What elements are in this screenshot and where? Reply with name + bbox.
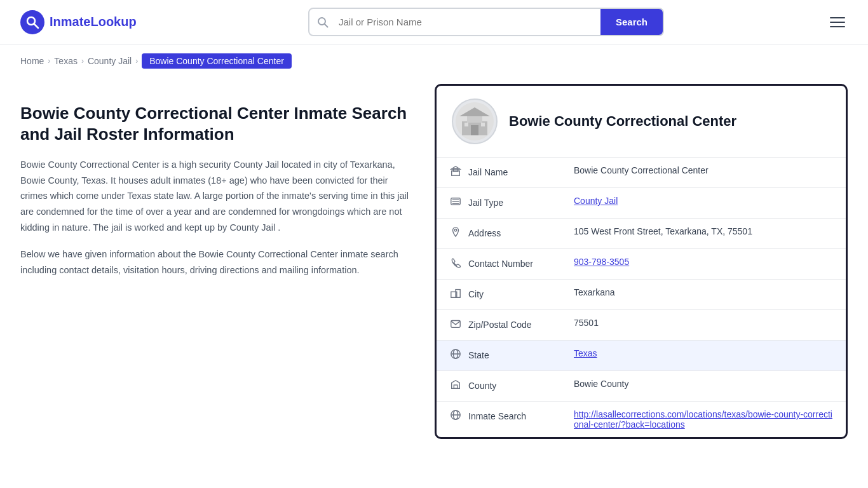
globe-icon bbox=[449, 348, 462, 362]
breadcrumb-chevron-1: › bbox=[48, 57, 50, 65]
svg-rect-9 bbox=[465, 123, 468, 126]
info-value-link[interactable]: 903-798-3505 bbox=[574, 257, 629, 267]
phone-icon bbox=[449, 257, 462, 271]
search-button[interactable]: Search bbox=[600, 9, 663, 35]
header: InmateLookup Search bbox=[0, 0, 868, 44]
info-label-cell: City bbox=[437, 280, 564, 309]
info-value-cell[interactable]: Texas bbox=[564, 341, 846, 366]
info-value-cell: 105 West Front Street, Texarkana, TX, 75… bbox=[564, 219, 846, 244]
row-label: Jail Name bbox=[468, 167, 508, 177]
info-value-link[interactable]: http://lasallecorrections.com/locations/… bbox=[574, 409, 836, 430]
left-panel: Bowie County Correctional Center Inmate … bbox=[20, 78, 414, 289]
card-facility-name: Bowie County Correctional Center bbox=[509, 113, 736, 130]
location-icon bbox=[449, 226, 462, 240]
info-value-cell: 75501 bbox=[564, 310, 846, 336]
info-value-cell: Bowie County Correctional Center bbox=[564, 158, 846, 183]
info-label-cell: County bbox=[437, 371, 564, 400]
description-paragraph-2: Below we have given information about th… bbox=[20, 247, 414, 278]
hamburger-line-2 bbox=[830, 22, 845, 23]
svg-rect-22 bbox=[451, 321, 460, 328]
info-card: Bowie County Correctional Center Jail Na… bbox=[435, 84, 848, 439]
jail-icon bbox=[449, 165, 462, 179]
logo-text: InmateLookup bbox=[50, 15, 137, 29]
info-value-cell: Texarkana bbox=[564, 280, 846, 305]
facility-avatar bbox=[452, 98, 498, 144]
logo-icon bbox=[20, 10, 44, 34]
zip-icon bbox=[449, 318, 462, 332]
info-value-cell[interactable]: County Jail bbox=[564, 188, 846, 214]
county-icon bbox=[449, 379, 462, 393]
info-label-cell: Address bbox=[437, 219, 564, 248]
table-row: Address105 West Front Street, Texarkana,… bbox=[437, 219, 846, 249]
hamburger-line-3 bbox=[830, 26, 845, 27]
table-row: Inmate Searchhttp://lasallecorrections.c… bbox=[437, 402, 846, 437]
description-paragraph-1: Bowie County Correctional Center is a hi… bbox=[20, 157, 414, 235]
row-label: Zip/Postal Code bbox=[468, 320, 532, 330]
svg-point-18 bbox=[454, 229, 457, 232]
table-row: StateTexas bbox=[437, 341, 846, 371]
breadcrumb-chevron-2: › bbox=[81, 57, 84, 65]
info-value-cell[interactable]: http://lasallecorrections.com/locations/… bbox=[564, 402, 846, 437]
table-row: CountyBowie County bbox=[437, 371, 846, 402]
row-label: Contact Number bbox=[468, 259, 533, 269]
info-label-cell: Contact Number bbox=[437, 249, 564, 278]
logo-link[interactable]: InmateLookup bbox=[20, 10, 160, 34]
row-label: County bbox=[468, 381, 496, 391]
breadcrumb-county-jail[interactable]: County Jail bbox=[88, 56, 132, 66]
page-heading: Bowie County Correctional Center Inmate … bbox=[20, 103, 414, 144]
row-label: Inmate Search bbox=[468, 411, 526, 421]
svg-marker-13 bbox=[451, 166, 460, 170]
table-row: Zip/Postal Code75501 bbox=[437, 310, 846, 341]
info-value-link[interactable]: County Jail bbox=[574, 196, 618, 206]
svg-rect-10 bbox=[481, 123, 485, 126]
right-panel: Bowie County Correctional Center Jail Na… bbox=[435, 78, 848, 439]
breadcrumb-chevron-3: › bbox=[135, 57, 138, 65]
breadcrumb-home[interactable]: Home bbox=[20, 56, 44, 66]
info-label-cell: Zip/Postal Code bbox=[437, 310, 564, 339]
info-label-cell: Jail Type bbox=[437, 188, 564, 217]
row-label: City bbox=[468, 289, 484, 299]
card-header: Bowie County Correctional Center bbox=[437, 86, 846, 158]
list-icon bbox=[449, 196, 462, 210]
info-value-link[interactable]: Texas bbox=[574, 348, 597, 358]
svg-rect-20 bbox=[456, 290, 460, 298]
hamburger-menu-button[interactable] bbox=[827, 15, 848, 30]
search-magnifier-icon bbox=[309, 17, 336, 28]
city-icon bbox=[449, 287, 462, 301]
svg-rect-8 bbox=[471, 125, 478, 135]
row-label: Jail Type bbox=[468, 198, 503, 208]
breadcrumb-active: Bowie County Correctional Center bbox=[142, 53, 292, 69]
search-area: Search bbox=[160, 8, 812, 36]
row-label: State bbox=[468, 350, 489, 360]
search-box: Search bbox=[308, 8, 664, 36]
search-icon bbox=[449, 409, 462, 423]
svg-line-3 bbox=[325, 24, 328, 27]
main-content: Bowie County Correctional Center Inmate … bbox=[0, 78, 868, 464]
info-value-cell: Bowie County bbox=[564, 371, 846, 396]
search-input[interactable] bbox=[336, 10, 600, 34]
info-label-cell: Inmate Search bbox=[437, 402, 564, 431]
table-row: CityTexarkana bbox=[437, 280, 846, 310]
svg-line-1 bbox=[34, 24, 39, 28]
svg-rect-26 bbox=[454, 385, 457, 388]
table-row: Jail TypeCounty Jail bbox=[437, 188, 846, 219]
info-value-cell[interactable]: 903-798-3505 bbox=[564, 249, 846, 274]
table-row: Contact Number903-798-3505 bbox=[437, 249, 846, 280]
info-label-cell: State bbox=[437, 341, 564, 370]
breadcrumb-texas[interactable]: Texas bbox=[54, 56, 78, 66]
table-row: Jail NameBowie County Correctional Cente… bbox=[437, 158, 846, 188]
hamburger-line-1 bbox=[830, 17, 845, 18]
info-table: Jail NameBowie County Correctional Cente… bbox=[437, 158, 846, 437]
breadcrumb: Home › Texas › County Jail › Bowie Count… bbox=[0, 44, 868, 78]
row-label: Address bbox=[468, 228, 501, 238]
info-label-cell: Jail Name bbox=[437, 158, 564, 187]
